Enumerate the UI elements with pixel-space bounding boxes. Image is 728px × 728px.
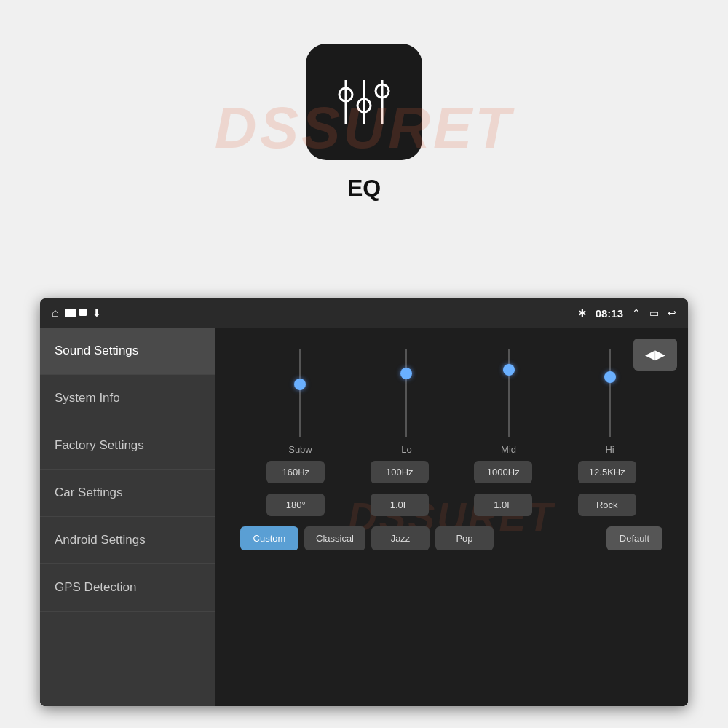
val-btn-0[interactable]: 180°: [266, 494, 325, 516]
status-left: ⌂ ⬇: [52, 306, 101, 320]
slider-mid[interactable]: Mid: [501, 349, 516, 455]
rect-icon-2: [79, 309, 87, 316]
time-display: 08:13: [596, 307, 623, 320]
eq-panel: DSSURET ◀▶ Subw Lo: [215, 328, 688, 706]
sliders-area: Subw Lo Mid: [229, 339, 673, 455]
preset-btn-pop[interactable]: Pop: [435, 526, 494, 550]
status-right: ✱ 08:13 ⌃ ▭ ↩: [578, 307, 676, 320]
slider-subw[interactable]: Subw: [288, 349, 312, 455]
sidebar-item-sound-settings[interactable]: Sound Settings: [40, 328, 215, 375]
frequency-row: 160Hz 100Hz 1000Hz 12.5KHz: [229, 455, 673, 489]
sidebar: Sound Settings System Info Factory Setti…: [40, 328, 215, 706]
screen-icon: ▭: [649, 307, 659, 319]
slider-label-lo: Lo: [401, 444, 411, 455]
slider-label-mid: Mid: [501, 444, 516, 455]
sidebar-item-android-settings[interactable]: Android Settings: [40, 517, 215, 564]
slider-thumb-mid[interactable]: [503, 364, 515, 376]
sidebar-item-car-settings[interactable]: Car Settings: [40, 470, 215, 517]
freq-btn-mid[interactable]: 1000Hz: [474, 461, 532, 483]
freq-btn-subw[interactable]: 160Hz: [266, 461, 325, 483]
signal-icon: ⌃: [632, 307, 641, 319]
slider-label-subw: Subw: [288, 444, 312, 455]
preset-btn-jazz[interactable]: Jazz: [371, 526, 430, 550]
preset-btn-classical[interactable]: Classical: [304, 526, 365, 550]
eq-sliders-icon: [331, 69, 397, 135]
slider-thumb-lo[interactable]: [400, 368, 412, 379]
slider-thumb-hi[interactable]: [604, 371, 616, 383]
val-btn-1[interactable]: 1.0F: [371, 494, 429, 516]
back-icon: ↩: [668, 307, 676, 319]
sidebar-item-factory-settings[interactable]: Factory Settings: [40, 422, 215, 470]
top-section: EQ: [0, 0, 728, 223]
download-icon: ⬇: [92, 307, 101, 319]
val-btn-2[interactable]: 1.0F: [474, 494, 532, 516]
freq-btn-lo[interactable]: 100Hz: [371, 461, 429, 483]
bluetooth-icon: ✱: [578, 307, 587, 319]
default-button[interactable]: Default: [606, 526, 662, 550]
val-btn-3[interactable]: Rock: [578, 494, 636, 516]
values-row: 180° 1.0F 1.0F Rock: [229, 489, 673, 521]
eq-icon-box: [306, 44, 422, 160]
preset-row: Custom Classical Jazz Pop Default: [229, 521, 673, 556]
slider-track-subw[interactable]: [299, 349, 301, 437]
sidebar-item-gps-detection[interactable]: GPS Detection: [40, 564, 215, 612]
home-icon[interactable]: ⌂: [52, 306, 59, 320]
main-content: Sound Settings System Info Factory Setti…: [40, 328, 688, 706]
slider-track-mid[interactable]: [508, 349, 510, 437]
slider-track-lo[interactable]: [405, 349, 407, 437]
device-frame: ⌂ ⬇ ✱ 08:13 ⌃ ▭ ↩ Sound Settings System …: [40, 298, 688, 706]
sidebar-item-system-info[interactable]: System Info: [40, 375, 215, 422]
slider-label-hi: Hi: [605, 444, 614, 455]
rect-icon-1: [65, 309, 76, 317]
preset-btn-custom[interactable]: Custom: [240, 526, 298, 550]
status-bar: ⌂ ⬇ ✱ 08:13 ⌃ ▭ ↩: [40, 298, 688, 328]
eq-title: EQ: [347, 175, 381, 202]
slider-thumb-subw[interactable]: [294, 379, 306, 390]
slider-track-hi[interactable]: [609, 349, 611, 437]
rect-icons: [65, 309, 87, 317]
freq-btn-hi[interactable]: 12.5KHz: [578, 461, 636, 483]
slider-hi[interactable]: Hi: [605, 349, 614, 455]
slider-lo[interactable]: Lo: [401, 349, 411, 455]
